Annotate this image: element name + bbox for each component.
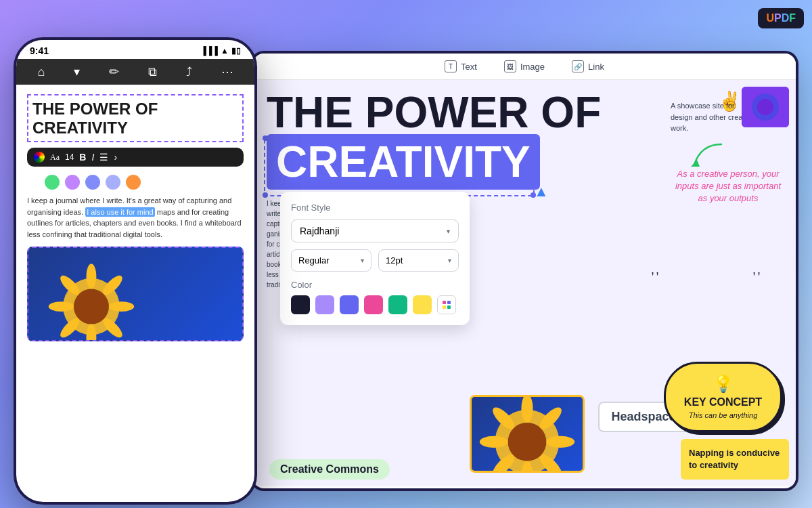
swatch-indigo[interactable]	[340, 295, 359, 314]
tablet-sunflower	[470, 395, 585, 473]
link-icon: 🔗	[572, 60, 584, 72]
phone-color-orange[interactable]	[126, 175, 141, 190]
font-color-title: Color	[291, 280, 459, 290]
top-right-photo	[742, 87, 789, 127]
logo-u: U	[766, 12, 774, 24]
phone-home-icon[interactable]: ⌂	[37, 65, 45, 79]
phone-more-icon[interactable]: ⋯	[221, 64, 233, 79]
svg-point-1	[74, 289, 109, 324]
phone-list-btn[interactable]: ☰	[99, 152, 108, 163]
font-panel-title: Font Style	[291, 203, 459, 213]
svg-point-22	[480, 436, 508, 448]
tablet-frame: T Text 🖼 Image 🔗 Link THE POWER OF	[250, 51, 798, 491]
tablet-content: THE POWER OF CREATIVITY ▲	[253, 80, 796, 486]
deco-lines-right2: ,,	[752, 263, 762, 277]
toolbar-text-label: Text	[461, 62, 477, 72]
swatch-black[interactable]	[291, 295, 310, 314]
cursor: ▲	[534, 183, 549, 200]
font-size-value: 12pt	[386, 255, 403, 266]
phone-edit-icon[interactable]: ✏	[109, 64, 119, 79]
key-concept-sub: This can be anything	[675, 411, 771, 419]
arrow-annotation	[687, 141, 728, 171]
phone-heading-box: THE POWER OFCREATIVITY	[27, 94, 244, 142]
key-concept-cloud: 💡 KEY CONCEPT This can be anything	[664, 362, 782, 432]
tablet-mockup: T Text 🖼 Image 🔗 Link THE POWER OF	[250, 51, 798, 491]
toolbar-text-item[interactable]: T Text	[445, 60, 477, 72]
toolbar-link-label: Link	[588, 62, 604, 72]
bulb-icon: 💡	[675, 375, 771, 394]
toolbar-image-label: Image	[520, 62, 545, 72]
svg-point-26	[757, 99, 773, 115]
svg-rect-11	[447, 301, 451, 304]
svg-point-8	[49, 301, 74, 312]
phone-color-blue[interactable]	[106, 175, 120, 190]
text-icon: T	[445, 60, 457, 72]
toolbar-link-item[interactable]: 🔗 Link	[572, 60, 604, 72]
key-concept-text: KEY CONCEPT	[675, 396, 771, 408]
svg-rect-12	[443, 305, 446, 309]
phone-mockup: 9:41 ▐▐▐ ▲ ▮▯ ⌂ ▾ ✏ ⧉ ⤴ ⋯ THE POWER OFCR…	[14, 37, 257, 505]
phone-body-text: I keep a journal where I write. It's a g…	[27, 195, 244, 240]
font-style-select[interactable]: Regular ▾	[291, 249, 371, 272]
phone-dropdown-icon[interactable]: ▾	[74, 64, 80, 79]
font-family-value: Rajdhanji	[300, 226, 339, 236]
phone-chevron-icon[interactable]: ›	[114, 152, 117, 163]
battery-icon: ▮▯	[231, 46, 241, 56]
logo-f: F	[789, 12, 796, 24]
creative-commons-label: Creative Commons	[269, 459, 390, 480]
phone-heading: THE POWER OFCREATIVITY	[32, 100, 238, 137]
logo-d: D	[782, 12, 790, 24]
toolbar-image-item[interactable]: 🖼 Image	[504, 60, 545, 72]
phone-font-size: 14	[65, 152, 74, 162]
phone-toolbar[interactable]: ⌂ ▾ ✏ ⧉ ⤴ ⋯	[16, 59, 254, 85]
font-size-select[interactable]: 12pt ▾	[378, 249, 459, 272]
phone-font-aa: Aa	[50, 152, 60, 163]
swatch-more-btn[interactable]	[437, 295, 456, 314]
wifi-icon: ▲	[221, 46, 229, 56]
signal-icon: ▐▐▐	[201, 46, 219, 56]
tablet-heading-line2-container: CREATIVITY	[267, 134, 601, 190]
phone-status-icons: ▐▐▐ ▲ ▮▯	[201, 46, 241, 56]
swatch-yellow[interactable]	[413, 295, 432, 314]
svg-point-4	[109, 301, 134, 312]
phone-bold-btn[interactable]: B	[79, 152, 86, 163]
phone-share-icon[interactable]: ⤴	[186, 65, 192, 79]
font-style-panel: Font Style Rajdhanji ▾ Regular ▾ 12pt ▾	[280, 192, 470, 325]
font-size-chevron: ▾	[448, 257, 451, 264]
phone-color-purple[interactable]	[65, 175, 80, 190]
key-concept-area: 💡 KEY CONCEPT This can be anything	[664, 362, 782, 432]
phone-time: 9:41	[30, 45, 49, 56]
napping-note: Napping is conducive to creativity	[681, 439, 789, 480]
font-family-chevron: ▾	[447, 228, 450, 235]
tablet-heading-line1: THE POWER OF	[267, 91, 601, 134]
svg-point-15	[508, 423, 547, 461]
phone-italic-btn[interactable]: I	[91, 152, 94, 163]
updf-logo: UPDF	[758, 8, 804, 28]
image-icon: 🖼	[504, 60, 516, 72]
tablet-toolbar[interactable]: T Text 🖼 Image 🔗 Link	[253, 54, 796, 80]
phone-frame: 9:41 ▐▐▐ ▲ ▮▯ ⌂ ▾ ✏ ⧉ ⤴ ⋯ THE POWER OFCR…	[14, 37, 257, 505]
svg-rect-10	[443, 301, 446, 304]
phone-color-row	[27, 172, 244, 192]
swatch-pink[interactable]	[364, 295, 383, 314]
svg-rect-13	[447, 305, 451, 309]
font-style-chevron: ▾	[361, 257, 364, 264]
handle-bl	[263, 192, 268, 198]
logo-p: P	[774, 12, 782, 24]
font-family-select[interactable]: Rajdhanji ▾	[291, 219, 459, 242]
phone-color-green[interactable]	[45, 175, 60, 190]
tablet-inner: T Text 🖼 Image 🔗 Link THE POWER OF	[253, 54, 796, 488]
swatch-green[interactable]	[388, 295, 407, 314]
phone-highlight: I also use it for mind	[85, 207, 154, 217]
phone-copy-icon[interactable]: ⧉	[148, 65, 157, 79]
phone-color-wheel[interactable]	[34, 152, 45, 163]
phone-content: THE POWER OFCREATIVITY Aa 14 B I ☰ ›	[16, 85, 254, 351]
svg-point-2	[87, 264, 97, 289]
font-style-row: Regular ▾ 12pt ▾	[291, 249, 459, 272]
pink-quote: As a creative person, your inputs are ju…	[674, 168, 782, 205]
phone-inner: 9:41 ▐▐▐ ▲ ▮▯ ⌂ ▾ ✏ ⧉ ⤴ ⋯ THE POWER OFCR…	[16, 40, 254, 502]
phone-sunflower-image	[27, 247, 244, 341]
swatch-purple[interactable]	[315, 295, 334, 314]
phone-color-toolbar[interactable]: Aa 14 B I ☰ ›	[27, 148, 244, 167]
phone-color-indigo[interactable]	[85, 175, 100, 190]
